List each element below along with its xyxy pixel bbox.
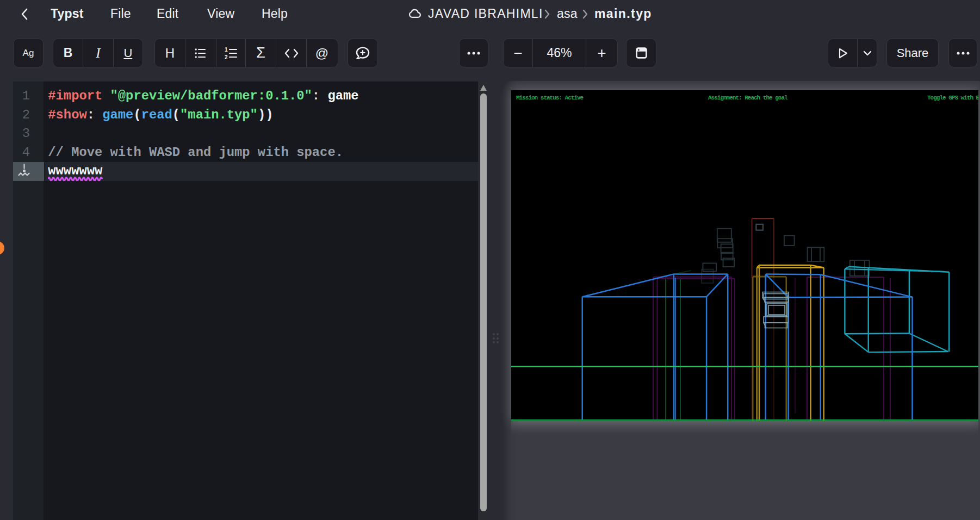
svg-text:1: 1 <box>225 46 228 52</box>
svg-text:2: 2 <box>225 54 228 60</box>
